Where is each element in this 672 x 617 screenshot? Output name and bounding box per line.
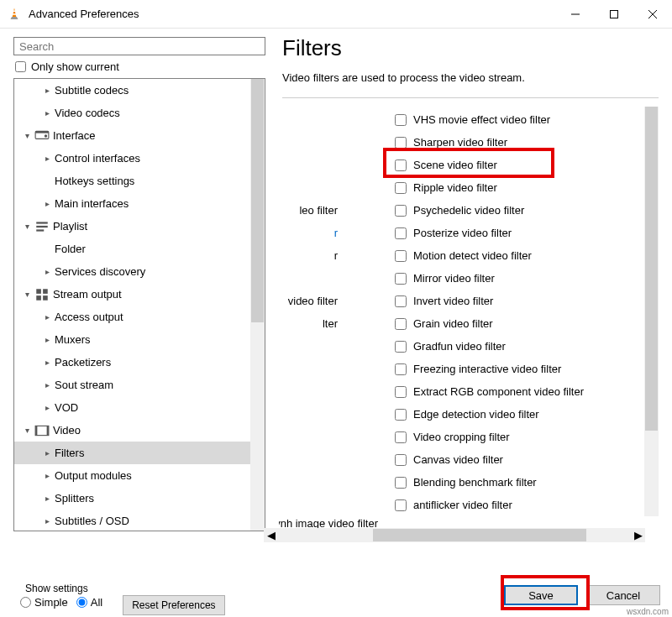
- filter-horizontal-scrollbar[interactable]: ◀: [267, 528, 642, 542]
- divider: [282, 97, 659, 98]
- minimize-button[interactable]: [556, 0, 595, 29]
- filter-label: Grain video filter: [413, 317, 493, 330]
- all-radio[interactable]: All: [76, 596, 102, 609]
- fragment-text: r: [279, 222, 338, 244]
- filter-label: Scene video filter: [413, 159, 497, 171]
- filter-checkbox[interactable]: [395, 273, 407, 285]
- tree-item-sout-stream[interactable]: ▸Sout stream: [14, 374, 250, 396]
- tree-item-subtitles-osd[interactable]: ▸Subtitles / OSD: [14, 510, 250, 531]
- filter-label: Motion detect video filter: [413, 249, 532, 262]
- filter-row: Posterize video filter: [395, 222, 630, 244]
- maximize-button[interactable]: [595, 0, 633, 29]
- vlc-icon: [7, 7, 22, 22]
- only-show-current-label: Only show current: [31, 60, 119, 73]
- filter-checkbox[interactable]: [395, 227, 407, 239]
- filter-label: Psychedelic video filter: [413, 204, 524, 217]
- svg-rect-15: [43, 295, 48, 301]
- filter-label: Edge detection video filter: [413, 408, 539, 421]
- tree-item-filters[interactable]: ▸Filters: [14, 442, 250, 464]
- tree-item-splitters[interactable]: ▸Splitters: [14, 487, 250, 510]
- filter-label: antiflicker video filter: [413, 499, 512, 511]
- tree-item-playlist[interactable]: ▾Playlist: [14, 215, 250, 238]
- filter-row: Alpha mask video filter: [395, 516, 630, 518]
- svg-rect-0: [13, 10, 17, 12]
- svg-rect-18: [47, 426, 49, 435]
- tree-item-packetizers[interactable]: ▸Packetizers: [14, 351, 250, 374]
- tree-item-interface[interactable]: ▾Interface: [14, 124, 250, 147]
- filter-checkbox[interactable]: [395, 114, 407, 126]
- tree-item-services-discovery[interactable]: ▸Services discovery: [14, 260, 250, 283]
- filter-checkbox[interactable]: [395, 182, 407, 194]
- filter-checkbox[interactable]: [395, 454, 407, 466]
- filter-checkbox[interactable]: [395, 341, 407, 353]
- filter-checkbox[interactable]: [395, 363, 407, 375]
- search-input[interactable]: [13, 37, 265, 55]
- filter-label: Canvas video filter: [413, 453, 503, 466]
- filter-checkbox[interactable]: [395, 250, 407, 262]
- fragment-text: [279, 267, 338, 290]
- filter-checkbox[interactable]: [395, 318, 407, 330]
- filter-checkbox[interactable]: [395, 431, 407, 443]
- filter-checkbox[interactable]: [395, 137, 407, 149]
- filter-row: Blending benchmark filter: [395, 471, 630, 494]
- filter-row: Freezing interactive video filter: [395, 358, 630, 380]
- tree-item-video[interactable]: ▾Video: [14, 419, 250, 442]
- tree-item-muxers[interactable]: ▸Muxers: [14, 328, 250, 351]
- filter-label: Ripple video filter: [413, 181, 497, 194]
- filter-row: Video cropping filter: [395, 426, 630, 448]
- filter-label: Gradfun video filter: [413, 340, 506, 353]
- filter-checkbox[interactable]: [395, 477, 407, 489]
- simple-radio[interactable]: Simple: [20, 596, 68, 609]
- filter-checkbox[interactable]: [395, 159, 407, 171]
- tree-item-output-modules[interactable]: ▸Output modules: [14, 464, 250, 487]
- filter-row: Canvas video filter: [395, 448, 630, 471]
- cancel-button[interactable]: Cancel: [586, 585, 660, 605]
- filter-row: Mirror video filter: [395, 267, 630, 290]
- tree-item-stream-output[interactable]: ▾Stream output: [14, 283, 250, 306]
- filter-checkbox[interactable]: [395, 205, 407, 217]
- filter-label: Invert video filter: [413, 295, 493, 307]
- filter-checkbox[interactable]: [395, 409, 407, 421]
- filter-row: Scene video filter: [395, 154, 630, 176]
- tree-item-access-output[interactable]: ▸Access output: [14, 306, 250, 328]
- preferences-tree[interactable]: ▸Subtitle codecs▸Video codecs▾Interface▸…: [13, 78, 265, 531]
- filter-label: Freezing interactive video filter: [413, 363, 561, 375]
- tree-item-hotkeys-settings[interactable]: ▸Hotkeys settings: [14, 170, 250, 192]
- filter-label: Blending benchmark filter: [413, 476, 537, 489]
- filter-row: Gradfun video filter: [395, 335, 630, 358]
- svg-rect-17: [35, 426, 37, 435]
- tree-item-main-interfaces[interactable]: ▸Main interfaces: [14, 192, 250, 215]
- tree-item-control-interfaces[interactable]: ▸Control interfaces: [14, 147, 250, 170]
- filter-label: Video cropping filter: [413, 431, 510, 443]
- save-button[interactable]: Save: [504, 585, 578, 605]
- tree-item-folder[interactable]: ▸Folder: [14, 238, 250, 260]
- svg-rect-1: [12, 13, 17, 15]
- filter-row: Invert video filter: [395, 290, 630, 312]
- tree-scrollbar[interactable]: [250, 79, 265, 531]
- svg-rect-12: [36, 289, 41, 294]
- fragment-text: lter: [279, 312, 338, 335]
- svg-rect-7: [35, 131, 49, 133]
- main-pane: Filters Video filters are used to proces…: [267, 29, 672, 557]
- watermark: wsxdn.com: [627, 607, 669, 616]
- only-show-current-checkbox[interactable]: [15, 61, 26, 72]
- filter-checkbox[interactable]: [395, 499, 407, 511]
- filter-row: Extract RGB component video filter: [395, 380, 630, 403]
- filter-vertical-scrollbar[interactable]: [644, 107, 659, 516]
- filter-label: VHS movie effect video filter: [413, 113, 550, 126]
- hscroll-right-arrow[interactable]: ▶: [631, 528, 645, 542]
- reset-preferences-button[interactable]: Reset Preferences: [123, 595, 224, 615]
- filter-row: Motion detect video filter: [395, 244, 630, 267]
- filter-label: Sharpen video filter: [413, 136, 507, 149]
- filter-checkbox[interactable]: [395, 295, 407, 307]
- svg-rect-14: [36, 295, 41, 301]
- filter-label: Extract RGB component video filter: [413, 385, 584, 398]
- svg-point-8: [45, 134, 47, 137]
- tree-item-video-codecs[interactable]: ▸Video codecs: [14, 102, 250, 124]
- filter-label: Posterize video filter: [413, 227, 512, 239]
- filter-checkbox[interactable]: [395, 386, 407, 398]
- tree-item-subtitle-codecs[interactable]: ▸Subtitle codecs: [14, 79, 250, 102]
- filter-row: antiflicker video filter: [395, 494, 630, 516]
- close-button[interactable]: [633, 0, 672, 29]
- tree-item-vod[interactable]: ▸VOD: [14, 396, 250, 419]
